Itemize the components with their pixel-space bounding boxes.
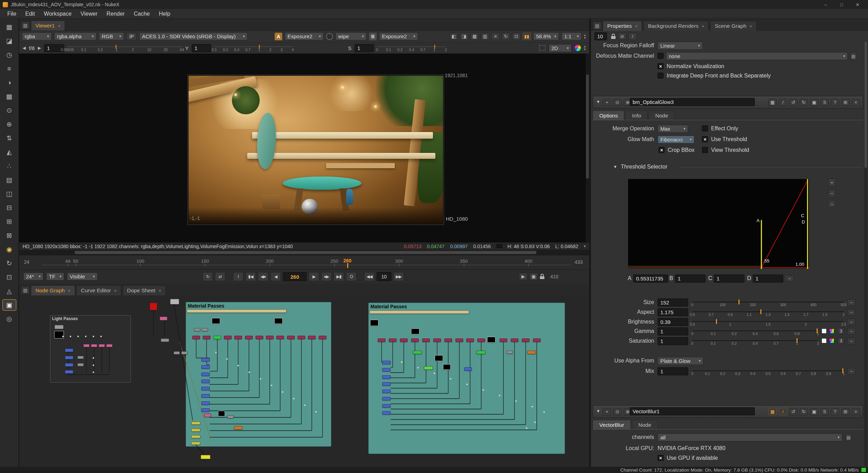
scroll-thumb[interactable] — [75, 251, 536, 254]
mask-icon[interactable]: ▥ — [481, 33, 489, 40]
dag-node[interactable] — [201, 387, 210, 390]
dag-node[interactable] — [533, 339, 541, 342]
close-panel-icon[interactable]: × — [852, 99, 860, 106]
prev-keyframe-button[interactable]: ◀● — [258, 272, 268, 281]
dag-node[interactable] — [382, 361, 391, 364]
pane-collapse-icon[interactable] — [584, 34, 586, 39]
dag-node[interactable] — [160, 317, 167, 320]
ruler-marker[interactable] — [116, 45, 116, 49]
fps-dropdown[interactable]: 24* — [23, 272, 43, 280]
pane-menu-icon[interactable] — [21, 286, 30, 294]
clear-panels-icon[interactable]: ⊘ — [618, 33, 626, 40]
aspect-slider[interactable]: 0.50.70.91.11.31.51.71.92 — [692, 308, 844, 317]
threshold-b-field[interactable]: 1 — [675, 275, 706, 283]
dag-node-dot[interactable] — [85, 336, 86, 337]
input-process-button[interactable]: IP — [126, 32, 137, 40]
dag-node[interactable] — [245, 336, 253, 339]
dag-node[interactable] — [433, 339, 441, 342]
close-tab-icon[interactable] — [702, 24, 704, 29]
panel-tab-background-renders[interactable]: Background Renders — [643, 21, 709, 31]
dag-node[interactable] — [201, 380, 210, 383]
dag-node-dot[interactable] — [483, 389, 484, 391]
dag-node[interactable] — [174, 351, 180, 354]
dag-node-dot[interactable] — [293, 398, 294, 399]
fstop-prev-icon[interactable]: ◀ — [23, 46, 26, 50]
views-dropdown[interactable]: Visible — [67, 272, 98, 280]
dag-node-dot[interactable] — [260, 378, 261, 380]
dag-node-dot[interactable] — [249, 372, 250, 373]
zoom-in-icon[interactable]: + — [828, 179, 836, 186]
threshold-c-field[interactable]: 1 — [714, 275, 744, 283]
close-tab-icon[interactable] — [58, 23, 61, 28]
dag-node[interactable] — [181, 351, 187, 354]
node-name-field[interactable]: bm_OpticalGlow3 — [630, 98, 755, 106]
tool-channel-icon[interactable]: ≡ — [3, 63, 16, 74]
threshold-d-field[interactable]: 1 — [753, 275, 783, 283]
close-tab-icon[interactable] — [114, 288, 117, 293]
gain-icon[interactable]: ◧ — [450, 33, 458, 40]
dag-node-dot[interactable] — [304, 405, 306, 406]
max-panels-field[interactable]: 10 — [594, 32, 607, 40]
node-name-field[interactable]: VectorBlur1 — [630, 407, 755, 415]
dag-node[interactable] — [91, 344, 97, 347]
roi-icon[interactable]: ⊡ — [512, 33, 520, 40]
mix-slider[interactable]: 00.10.20.30.40.50.60.70.80.91 — [692, 367, 844, 376]
menu-workspace[interactable]: Workspace — [39, 9, 76, 18]
input-a-dropdown[interactable]: Exposure2 — [285, 32, 324, 40]
dag-tab-dope-sheet[interactable]: Dope Sheet — [123, 285, 166, 295]
dag-node-dot[interactable] — [532, 406, 533, 407]
help-icon[interactable]: ? — [831, 408, 839, 415]
saturation-animation-button[interactable] — [847, 338, 856, 344]
dag-node-dot[interactable] — [62, 336, 64, 337]
channel-menu-icon[interactable] — [845, 433, 852, 441]
gamma-color-swatch[interactable] — [829, 328, 834, 334]
dag-node[interactable] — [511, 339, 518, 342]
dag-node[interactable] — [413, 351, 422, 354]
use-threshold-checkbox[interactable] — [702, 136, 708, 142]
dag-node[interactable] — [527, 351, 536, 354]
scroll-thumb[interactable] — [586, 74, 589, 179]
dag-node[interactable] — [522, 339, 529, 342]
gamma-animation-button[interactable] — [847, 328, 856, 335]
matte-channel-checkbox[interactable] — [658, 53, 663, 59]
normalize-checkbox[interactable] — [658, 63, 663, 69]
gamma-field[interactable]: 1 — [192, 44, 211, 52]
dag-node-dot[interactable] — [282, 391, 283, 393]
gamma-slider[interactable]: 00.10.20.40.60.81 — [692, 327, 818, 336]
dag-node[interactable] — [276, 336, 284, 339]
render-monitor-icon[interactable]: ▣ — [529, 273, 538, 280]
dag-node-dot[interactable] — [543, 411, 545, 413]
tool-metadata-icon[interactable]: ⊟ — [3, 202, 16, 213]
pane-menu-icon[interactable] — [593, 22, 601, 30]
set-out-button[interactable]: O — [346, 272, 357, 281]
dag-node[interactable] — [83, 344, 90, 347]
gamma-solo-swatch[interactable] — [821, 328, 827, 334]
alpha-layer-dropdown[interactable]: rgba.alpha — [54, 32, 97, 40]
dag-node[interactable] — [382, 411, 391, 415]
dag-node[interactable] — [65, 356, 73, 359]
timeline[interactable]: 24 433 4450100150200250300350400260 — [19, 255, 589, 269]
dag-node[interactable] — [382, 382, 391, 386]
gamma-icon[interactable]: ◨ — [460, 33, 468, 40]
tool-transform-icon[interactable]: ⇅ — [3, 133, 16, 144]
decrement-button[interactable]: ◀◀ — [364, 272, 375, 281]
maximize-button[interactable]: □ — [834, 0, 849, 9]
tool-other-icon[interactable]: ⊠ — [3, 230, 16, 241]
dag-node-dot[interactable] — [466, 384, 468, 385]
range-lock-icon[interactable] — [540, 274, 545, 279]
dag-node-dot[interactable] — [401, 361, 402, 363]
view-threshold-checkbox[interactable] — [702, 147, 708, 153]
viewer-tab-viewer1[interactable]: Viewer1 — [31, 21, 65, 31]
gamma-channels-button[interactable]: 3 — [837, 328, 844, 334]
dag-node[interactable] — [464, 367, 472, 371]
node-color-swatch-icon[interactable]: ▪ — [603, 99, 611, 106]
dag-node[interactable] — [369, 310, 469, 314]
gamma-value-field[interactable]: 1 — [658, 327, 688, 335]
brightness-value-field[interactable]: 0.39 — [658, 318, 688, 326]
dag-node[interactable] — [77, 363, 84, 366]
view-mode-dropdown[interactable]: 2D — [549, 44, 571, 52]
gain-slider[interactable]: 0.006250.10.212102064 — [67, 43, 182, 52]
collapse-icon[interactable] — [596, 99, 600, 104]
edit-icon[interactable]: / — [779, 99, 787, 106]
pane-menu-icon[interactable] — [21, 22, 30, 29]
